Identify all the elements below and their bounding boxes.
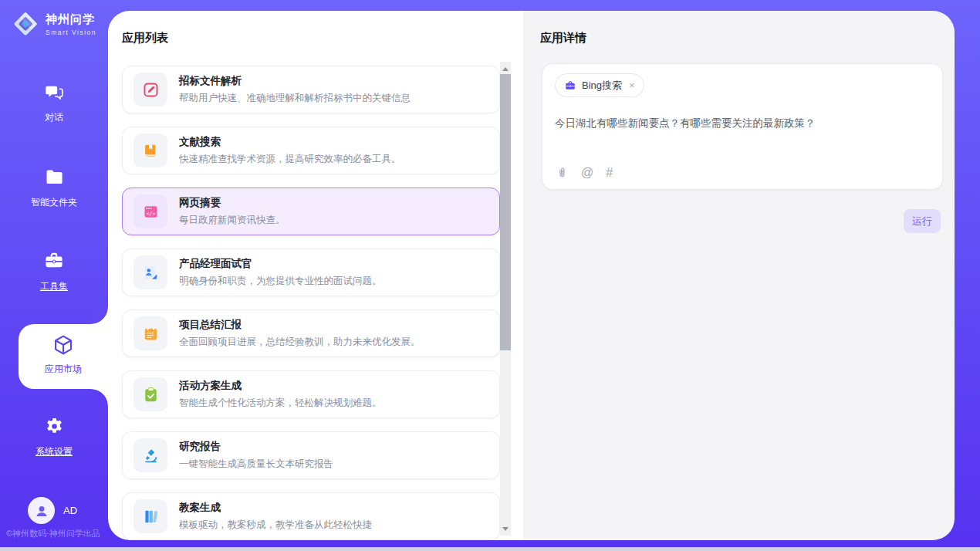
close-icon[interactable]: × xyxy=(629,79,635,91)
memo-pad-icon xyxy=(133,316,167,350)
app-card-meta: 招标文件解析帮助用户快速、准确地理解和解析招标书中的关键信息 xyxy=(179,74,411,105)
sidebar-item-label: 应用市场 xyxy=(19,363,108,376)
scroll-up-icon[interactable] xyxy=(500,63,511,74)
app-card-desc: 智能生成个性化活动方案，轻松解决规划难题。 xyxy=(179,397,382,410)
app-card-research[interactable]: 研究报告一键智能生成高质量长文本研究报告 xyxy=(122,431,500,479)
app-card-meta: 活动方案生成智能生成个性化活动方案，轻松解决规划难题。 xyxy=(179,379,382,410)
webpage-code-icon: </> xyxy=(133,194,167,228)
cube-icon xyxy=(52,333,75,357)
toolbox-icon xyxy=(43,250,65,272)
gem-diamond-icon xyxy=(11,9,40,39)
app-list-title: 应用列表 xyxy=(122,31,168,46)
scrollbar-thumb[interactable] xyxy=(500,74,511,350)
app-card-title: 网页摘要 xyxy=(179,196,286,210)
book-icon xyxy=(133,134,167,167)
app-card-desc: 模板驱动，教案秒成，教学准备从此轻松快捷 xyxy=(179,519,372,532)
app-card-proj-summary[interactable]: 项目总结汇报全面回顾项目进展，总结经验教训，助力未来优化发展。 xyxy=(122,309,500,357)
hash-icon[interactable]: # xyxy=(606,167,613,179)
app-card-title: 研究报告 xyxy=(179,440,333,454)
user-row[interactable]: AD xyxy=(28,497,77,524)
app-card-title: 招标文件解析 xyxy=(179,74,411,88)
app-card-pm-interview[interactable]: 产品经理面试官明确身份和职责，为您提供专业性的面试问题。 xyxy=(122,248,500,296)
window-bottom-edge xyxy=(0,547,980,551)
app-list-panel: 应用列表 招标文件解析帮助用户快速、准确地理解和解析招标书中的关键信息文献搜索快… xyxy=(108,11,523,540)
chat-icon xyxy=(44,82,65,103)
app-card-title: 项目总结汇报 xyxy=(179,318,421,332)
user-name: AD xyxy=(63,505,77,516)
copyright-footer: ©神州数码·神州问学出品 xyxy=(6,528,100,539)
app-card-meta: 文献搜索快速精准查找学术资源，提高研究效率的必备工具。 xyxy=(179,135,401,166)
app-card-desc: 明确身份和职责，为您提供专业性的面试问题。 xyxy=(179,275,382,288)
pen-document-icon xyxy=(133,73,167,106)
app-card-title: 文献搜索 xyxy=(179,135,401,149)
microscope-icon xyxy=(133,438,167,472)
sidebar-item-label: 对话 xyxy=(0,111,108,124)
app-card-desc: 每日政府新闻资讯快查。 xyxy=(179,214,286,227)
app-card-web-summary[interactable]: </>网页摘要每日政府新闻资讯快查。 xyxy=(122,188,500,235)
app-card-list: 招标文件解析帮助用户快速、准确地理解和解析招标书中的关键信息文献搜索快速精准查找… xyxy=(122,66,500,540)
app-card-meta: 教案生成模板驱动，教案秒成，教学准备从此轻松快捷 xyxy=(179,501,372,532)
app-card-meta: 网页摘要每日政府新闻资讯快查。 xyxy=(179,196,286,227)
paperclip-icon[interactable] xyxy=(556,166,569,179)
app-detail-title: 应用详情 xyxy=(540,31,586,46)
app-card-title: 教案生成 xyxy=(179,501,372,515)
app-card-meta: 产品经理面试官明确身份和职责，为您提供专业性的面试问题。 xyxy=(179,257,382,288)
scrollbar[interactable] xyxy=(500,62,511,536)
app-card-activity-plan[interactable]: 活动方案生成智能生成个性化活动方案，轻松解决规划难题。 xyxy=(122,370,500,418)
app-card-title: 活动方案生成 xyxy=(179,379,382,393)
sidebar-item-chat[interactable]: 对话 xyxy=(0,82,108,124)
app-card-desc: 全面回顾项目进展，总结经验教训，助力未来优化发展。 xyxy=(179,336,421,349)
prompt-toolbar: @ # xyxy=(556,166,613,179)
app-card-bid-parse[interactable]: 招标文件解析帮助用户快速、准确地理解和解析招标书中的关键信息 xyxy=(122,66,500,113)
app-card-desc: 一键智能生成高质量长文本研究报告 xyxy=(179,458,333,471)
prompt-card: Bing搜索 × 今日湖北有哪些新闻要点？有哪些需要关注的最新政策？ @ # xyxy=(542,63,943,190)
folder-icon xyxy=(44,167,65,188)
main-content: 应用列表 招标文件解析帮助用户快速、准确地理解和解析招标书中的关键信息文献搜索快… xyxy=(108,11,955,540)
tool-chip-bing-search[interactable]: Bing搜索 × xyxy=(555,73,644,97)
app-card-desc: 快速精准查找学术资源，提高研究效率的必备工具。 xyxy=(179,153,401,166)
interview-person-icon xyxy=(133,255,167,289)
books-icon xyxy=(133,499,167,533)
app-card-desc: 帮助用户快速、准确地理解和解析招标书中的关键信息 xyxy=(179,92,411,105)
sidebar-item-label: 系统设置 xyxy=(0,445,108,458)
sidebar-item-settings[interactable]: 系统设置 xyxy=(0,416,108,458)
avatar xyxy=(28,497,55,524)
person-icon xyxy=(33,502,50,519)
sidebar-item-label: 工具集 xyxy=(0,280,108,293)
sidebar: 神州问学 Smart Vision 对话智能文件夹工具集应用市场系统设置 AD … xyxy=(0,0,108,551)
scroll-down-icon[interactable] xyxy=(500,523,511,534)
sidebar-item-market[interactable]: 应用市场 xyxy=(19,324,108,389)
sidebar-item-tools[interactable]: 工具集 xyxy=(0,250,108,293)
prompt-input[interactable]: 今日湖北有哪些新闻要点？有哪些需要关注的最新政策？ xyxy=(555,116,930,131)
brand: 神州问学 Smart Vision xyxy=(11,9,96,39)
app-card-meta: 项目总结汇报全面回顾项目进展，总结经验教训，助力未来优化发展。 xyxy=(179,318,421,349)
app-card-lit-search[interactable]: 文献搜索快速精准查找学术资源，提高研究效率的必备工具。 xyxy=(122,127,500,174)
run-button[interactable]: 运行 xyxy=(904,209,941,233)
sidebar-item-folders[interactable]: 智能文件夹 xyxy=(0,167,108,209)
app-window: 神州问学 Smart Vision 对话智能文件夹工具集应用市场系统设置 AD … xyxy=(0,0,980,551)
at-icon[interactable]: @ xyxy=(581,167,593,179)
brand-name: 神州问学 xyxy=(46,12,96,27)
briefcase-icon xyxy=(564,79,576,92)
gear-icon xyxy=(44,416,65,437)
svg-text:</>: </> xyxy=(146,210,155,215)
app-detail-panel: 应用详情 Bing搜索 × 今日湖北有哪些新闻要点？有哪些需要关注的最新政 xyxy=(523,11,955,540)
tool-chip-label: Bing搜索 xyxy=(582,79,622,93)
app-card-title: 产品经理面试官 xyxy=(179,257,382,271)
app-card-lesson-plan[interactable]: 教案生成模板驱动，教案秒成，教学准备从此轻松快捷 xyxy=(122,492,500,540)
clipboard-check-icon xyxy=(133,377,167,411)
brand-subtitle: Smart Vision xyxy=(46,29,96,36)
app-card-meta: 研究报告一键智能生成高质量长文本研究报告 xyxy=(179,440,333,471)
sidebar-item-label: 智能文件夹 xyxy=(0,196,108,209)
